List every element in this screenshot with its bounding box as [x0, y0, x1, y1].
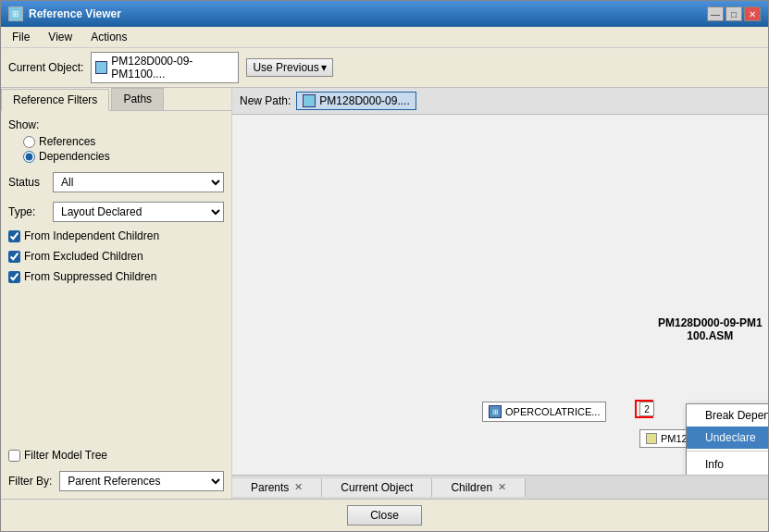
tabs-header: Reference Filters Paths [1, 88, 231, 111]
bottom-tabs: Parents ✕ Current Object Children ✕ [232, 475, 768, 499]
references-radio-row: References [23, 135, 224, 148]
show-group: Show: References Dependencies [8, 118, 224, 163]
pm12-icon [646, 433, 657, 444]
checkbox-independent: From Independent Children [8, 229, 224, 242]
tab-parents[interactable]: Parents ✕ [232, 478, 322, 497]
close-parents-tab[interactable]: ✕ [294, 481, 303, 493]
independent-children-checkbox[interactable] [8, 230, 20, 242]
context-menu: Break Dependency Undeclare Info ▶ [686, 403, 768, 475]
opercolatrice-label: OPERCOLATRICE... [505, 406, 600, 417]
new-path-bar: New Path: PM128D000-09.... [232, 88, 768, 115]
toolbar: Current Object: PM128D000-09-PM1100.... … [1, 48, 768, 88]
tab-reference-filters[interactable]: Reference Filters [1, 89, 109, 111]
opercolatrice-icon: ⊞ [489, 405, 502, 418]
main-window: ⊞ Reference Viewer — □ ✕ File View Actio… [0, 0, 769, 532]
close-children-tab[interactable]: ✕ [498, 481, 506, 493]
new-path-label: New Path: [240, 94, 291, 107]
menu-view[interactable]: View [41, 29, 80, 45]
type-select[interactable]: Layout Declared [53, 202, 224, 222]
tab-current-object[interactable]: Current Object [322, 478, 432, 497]
checkbox-suppressed: From Suppressed Children [8, 270, 224, 283]
show-label: Show: [8, 118, 224, 131]
maximize-button[interactable]: □ [726, 6, 742, 21]
type-label: Type: [8, 205, 45, 218]
tab-children[interactable]: Children ✕ [432, 478, 526, 497]
left-panel: Reference Filters Paths Show: References [1, 88, 232, 499]
path-asm-icon [303, 94, 316, 107]
independent-children-label: From Independent Children [24, 229, 159, 242]
current-object-label: Current Object: [8, 61, 83, 74]
menu-file[interactable]: File [5, 29, 37, 45]
title-bar: ⊞ Reference Viewer — □ ✕ [1, 1, 768, 27]
filter-by-row: Filter By: Parent References [8, 471, 224, 491]
dependencies-label: Dependencies [39, 150, 110, 163]
dependencies-radio-row: Dependencies [23, 150, 224, 163]
references-radio[interactable] [23, 136, 35, 148]
checkbox-excluded: From Excluded Children [8, 250, 224, 263]
tab-paths[interactable]: Paths [111, 88, 164, 110]
menubar: File View Actions [1, 27, 768, 48]
filter-model-tree-checkbox[interactable] [8, 450, 20, 462]
references-label: References [39, 135, 95, 148]
dependencies-radio[interactable] [23, 151, 35, 163]
app-icon: ⊞ [8, 6, 23, 21]
filter-by-select[interactable]: Parent References [59, 471, 224, 491]
context-break-dependency[interactable]: Break Dependency [687, 404, 768, 427]
close-bar: Close [1, 499, 768, 531]
context-undeclare[interactable]: Undeclare [687, 427, 768, 449]
type-row: Type: Layout Declared [8, 202, 224, 222]
status-select[interactable]: All [53, 172, 224, 192]
excluded-children-label: From Excluded Children [24, 250, 143, 263]
current-object-value: PM128D000-09-PM1100.... [111, 55, 234, 80]
minimize-button[interactable]: — [707, 6, 724, 21]
close-window-button[interactable]: ✕ [744, 6, 761, 21]
close-button[interactable]: Close [347, 505, 422, 526]
suppressed-children-label: From Suppressed Children [24, 270, 156, 283]
opercolatrice-node[interactable]: ⊞ OPERCOLATRICE... [482, 402, 606, 422]
asm-icon [95, 61, 107, 74]
current-object-field: PM128D000-09-PM1100.... [91, 52, 239, 83]
menu-actions[interactable]: Actions [83, 29, 134, 45]
status-row: Status All [8, 172, 224, 192]
main-node-label: PM128D000-09-PM1100.ASM [658, 316, 763, 342]
window-controls: — □ ✕ [707, 6, 761, 21]
excluded-children-checkbox[interactable] [8, 251, 20, 263]
filter-model-row: Filter Model Tree [8, 449, 224, 462]
content-area: Reference Filters Paths Show: References [1, 88, 768, 499]
context-info[interactable]: Info ▶ [687, 453, 768, 475]
new-path-item[interactable]: PM128D000-09.... [296, 92, 416, 110]
window-title: Reference Viewer [29, 7, 121, 20]
filter-by-label: Filter By: [8, 475, 52, 488]
panel-content: Show: References Dependencies Status All [1, 111, 231, 499]
graph-area: PM128D000-09-PM1100.ASM ⊞ OPERCOLATRICE.… [232, 115, 768, 475]
use-previous-button[interactable]: Use Previous ▾ [246, 58, 332, 77]
filter-model-label: Filter Model Tree [24, 449, 107, 462]
expand-handle[interactable]: 2 [639, 402, 654, 416]
right-panel: New Path: PM128D000-09.... PM128D000-09-… [232, 88, 768, 499]
status-label: Status [8, 176, 45, 189]
context-separator [687, 451, 768, 452]
suppressed-children-checkbox[interactable] [8, 271, 20, 283]
new-path-value: PM128D000-09.... [319, 94, 409, 107]
